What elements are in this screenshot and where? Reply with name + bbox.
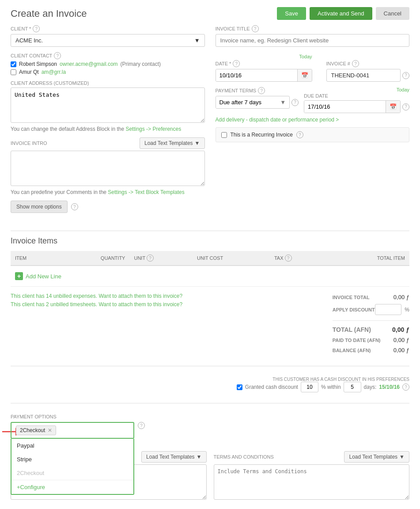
section-divider-3 bbox=[11, 403, 409, 403]
items-table: ITEM QUANTITY UNIT ? UNIT COST TAX ? TOT… bbox=[11, 251, 409, 287]
payment-terms-help2-icon[interactable]: ? bbox=[291, 99, 299, 106]
section-divider-1 bbox=[11, 231, 409, 231]
tag-remove-icon[interactable]: ✕ bbox=[48, 427, 52, 433]
activate-send-button[interactable]: Activate and Send bbox=[310, 7, 372, 20]
invoice-title-group: INVOICE TITLE ? bbox=[216, 25, 410, 47]
client-address-textarea[interactable]: United States bbox=[11, 87, 205, 123]
payment-terms-help-icon[interactable]: ? bbox=[258, 87, 265, 94]
totals-main-row: This client has 14 unbilled expenses. Wa… bbox=[11, 292, 409, 355]
add-new-line-cell: + Add New Line bbox=[11, 266, 409, 287]
client-address-label: CLIENT ADDRESS (CUSTOMIZED) bbox=[11, 80, 205, 86]
form-body: CLIENT * ? ACME Inc. ▼ CLIENT CONTACT ? bbox=[0, 25, 420, 224]
add-new-line-row: + Add New Line bbox=[11, 266, 409, 287]
payment-options-dropdown: Paypal Stripe 2Checkout +Configure bbox=[11, 439, 134, 495]
add-delivery-link[interactable]: Add delivery - dispatch date or performa… bbox=[216, 117, 410, 123]
cash-discount-help-icon[interactable]: ? bbox=[402, 384, 409, 391]
col-item: ITEM bbox=[11, 251, 56, 266]
payment-terms-group: PAYMENT TERMS ? Due after 7 days Due on … bbox=[216, 87, 299, 113]
date-input[interactable] bbox=[216, 69, 297, 81]
date-invoice-row: Today DATE * ? 📅 INVOICE # ? bbox=[216, 52, 410, 82]
add-new-line-button[interactable]: + Add New Line bbox=[15, 270, 405, 283]
contact-1-email[interactable]: owner.acme@gmail.com bbox=[60, 61, 118, 67]
client-contact-help-icon[interactable]: ? bbox=[54, 52, 61, 59]
due-date-help-icon[interactable]: ? bbox=[402, 103, 409, 110]
address-settings-link[interactable]: Settings -> Preferences bbox=[125, 126, 181, 132]
show-more-help-icon[interactable]: ? bbox=[71, 203, 78, 210]
due-date-input[interactable] bbox=[304, 101, 386, 113]
client-help-icon[interactable]: ? bbox=[33, 25, 40, 32]
payment-tag-2checkout: 2Checkout ✕ bbox=[16, 425, 56, 435]
discount-input-wrap: % bbox=[375, 304, 409, 315]
invoice-intro-textarea[interactable] bbox=[11, 151, 205, 186]
tax-help-icon[interactable]: ? bbox=[285, 254, 292, 262]
due-date-today-label: Today bbox=[304, 87, 409, 92]
unbilled-timesheets[interactable]: This client has 2 unbilled timesheets. W… bbox=[11, 300, 182, 309]
client-contacts-list: Robert Simpson owner.acme@gmail.com (Pri… bbox=[11, 61, 205, 75]
contact-1-checkbox[interactable] bbox=[11, 61, 16, 67]
save-button[interactable]: Save bbox=[277, 7, 306, 20]
cancel-button[interactable]: Cancel bbox=[376, 7, 409, 20]
invoice-number-help-icon[interactable]: ? bbox=[352, 60, 359, 67]
payment-terms-select-wrap: Due after 7 days Due on receipt Net 30 N… bbox=[216, 96, 290, 109]
invoice-number-help2-icon[interactable]: ? bbox=[402, 72, 409, 79]
unit-help-icon[interactable]: ? bbox=[147, 254, 154, 262]
contact-1[interactable]: Robert Simpson owner.acme@gmail.com (Pri… bbox=[11, 61, 205, 67]
cash-discount-within: % within bbox=[321, 384, 341, 390]
load-templates-intro-button[interactable]: Load Text Templates ▼ bbox=[140, 137, 205, 149]
invoice-number-input[interactable] bbox=[326, 69, 401, 82]
due-date-calendar-icon[interactable]: 📅 bbox=[386, 101, 400, 113]
cash-discount-checkbox[interactable] bbox=[237, 384, 242, 390]
configure-link[interactable]: +Configure bbox=[11, 480, 133, 494]
date-today-label: Today bbox=[216, 54, 312, 59]
recurring-label: This is a Recurring Invoice bbox=[231, 132, 293, 138]
client-contact-label: CLIENT CONTACT ? bbox=[11, 52, 205, 59]
col-unit-cost: UNIT COST bbox=[193, 251, 270, 266]
terms-conditions-textarea[interactable] bbox=[214, 464, 410, 500]
client-chevron-icon: ▼ bbox=[194, 37, 200, 44]
apply-discount-label: APPLY DISCOUNT bbox=[333, 307, 375, 312]
recurring-help-icon[interactable]: ? bbox=[296, 131, 303, 138]
invoice-title-help-icon[interactable]: ? bbox=[252, 25, 259, 32]
percent-symbol: % bbox=[405, 307, 409, 313]
payment-options-help-icon[interactable]: ? bbox=[138, 422, 145, 429]
paid-to-date-value: 0,00 ƒ bbox=[394, 337, 409, 343]
predefined-settings-link[interactable]: Settings -> Text Block Templates bbox=[108, 189, 184, 195]
items-header-row: ITEM QUANTITY UNIT ? UNIT COST TAX ? TOT… bbox=[11, 251, 409, 266]
terms-conditions-label: TERMS AND CONDITIONS bbox=[214, 454, 274, 460]
unbilled-expenses[interactable]: This client has 14 unbilled expenses. Wa… bbox=[11, 292, 182, 300]
contact-2-checkbox[interactable] bbox=[11, 69, 16, 75]
address-settings-hint: You can change the default Address Block… bbox=[11, 126, 205, 132]
totals-section: This client has 14 unbilled expenses. Wa… bbox=[0, 287, 420, 361]
recurring-checkbox[interactable] bbox=[221, 132, 227, 138]
calendar-icon[interactable]: 📅 bbox=[297, 69, 312, 81]
apply-discount-row: APPLY DISCOUNT % bbox=[333, 302, 409, 317]
contact-2-email[interactable]: am@grr.la bbox=[42, 69, 66, 75]
due-date-label: DUE DATE bbox=[304, 93, 409, 99]
invoice-title-input[interactable] bbox=[216, 34, 410, 47]
client-contact-group: CLIENT CONTACT ? Robert Simpson owner.ac… bbox=[11, 52, 205, 75]
discount-input[interactable] bbox=[375, 304, 401, 315]
payment-terms-select[interactable]: Due after 7 days Due on receipt Net 30 N… bbox=[216, 96, 277, 108]
cash-discount-row: Granted cash discount % within days: 15/… bbox=[237, 382, 409, 392]
chevron-down-icon: ▼ bbox=[195, 140, 200, 146]
invoice-number-wrap: ? bbox=[326, 69, 410, 82]
cash-discount-days-input[interactable] bbox=[344, 382, 361, 392]
payment-input-box[interactable]: 2Checkout ✕ bbox=[11, 422, 134, 439]
client-select[interactable]: ACME Inc. ▼ bbox=[11, 34, 205, 47]
plus-icon: + bbox=[15, 272, 23, 280]
terms-conditions-col: TERMS AND CONDITIONS Load Text Templates… bbox=[214, 451, 410, 501]
show-more-button[interactable]: Show more options bbox=[11, 201, 68, 213]
cash-discount-percent-input[interactable] bbox=[301, 382, 318, 392]
load-templates-terms-button[interactable]: Load Text Templates ▼ bbox=[344, 451, 409, 463]
tag-label: 2Checkout bbox=[20, 427, 45, 433]
dropdown-item-stripe[interactable]: Stripe bbox=[11, 452, 133, 466]
terms-header: TERMS AND CONDITIONS Load Text Templates… bbox=[214, 451, 410, 463]
contact-2[interactable]: Amur Qt am@grr.la bbox=[11, 69, 205, 75]
date-help-icon[interactable]: ? bbox=[233, 60, 240, 67]
dropdown-item-paypal[interactable]: Paypal bbox=[11, 439, 133, 452]
invoice-total-row: INVOICE TOTAL 0,00 ƒ bbox=[333, 292, 409, 302]
load-templates-client-note-button[interactable]: Load Text Templates ▼ bbox=[141, 451, 207, 463]
due-date-input-wrap: 📅 bbox=[304, 100, 401, 113]
payment-dropdown-wrap: 2Checkout ✕ Paypal Stripe 2Checkout +Con… bbox=[11, 422, 134, 439]
invoice-number-group: INVOICE # ? ? bbox=[326, 52, 410, 82]
